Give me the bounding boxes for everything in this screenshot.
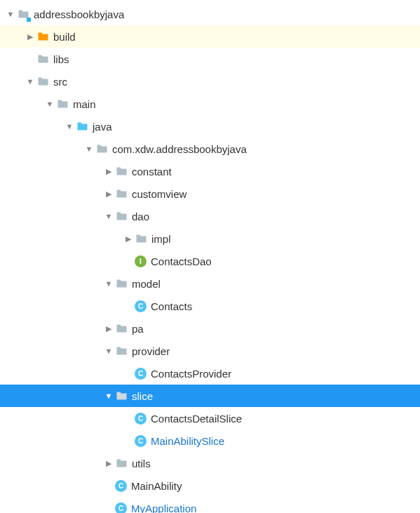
collapse-icon[interactable]: ▶	[102, 324, 115, 333]
tree-item-label: MainAbility	[131, 480, 182, 492]
tree-item-contactsprovider[interactable]: ▶CContactsProvider	[0, 362, 420, 385]
expand-icon[interactable]: ▼	[4, 10, 17, 18]
tree-item-label: ContactsProvider	[151, 368, 231, 380]
interface-icon: I	[135, 255, 147, 267]
tree-item-label: build	[53, 31, 76, 43]
tree-item-label: src	[53, 76, 67, 88]
expand-icon[interactable]: ▼	[102, 347, 115, 355]
tree-item-contacts[interactable]: ▶CContacts	[0, 295, 420, 317]
class-icon: C	[135, 413, 147, 425]
tree-item-label: impl	[151, 233, 171, 245]
folder-icon	[95, 142, 108, 155]
folder-icon	[115, 277, 128, 290]
module-badge-icon	[27, 18, 31, 22]
expand-icon[interactable]: ▼	[24, 77, 36, 86]
tree-item-utils[interactable]: ▶utils	[0, 452, 420, 474]
tree-item-label: constant	[132, 166, 172, 178]
class-icon: C	[115, 502, 127, 514]
folder-icon	[76, 120, 88, 133]
collapse-icon[interactable]: ▶	[102, 459, 115, 468]
tree-item-label: pa	[132, 323, 144, 335]
expand-icon[interactable]: ▼	[102, 279, 115, 288]
tree-item-label: provider	[132, 345, 170, 357]
tree-item-model[interactable]: ▼model	[0, 272, 420, 295]
expand-icon[interactable]: ▼	[102, 392, 115, 400]
folder-icon	[115, 210, 128, 222]
folder-icon	[36, 75, 49, 88]
folder-icon	[115, 389, 128, 402]
project-tree[interactable]: ▼addressbookbyjava▶build▶libs▼src▼main▼j…	[0, 0, 420, 513]
tree-item-label: ContactsDetailSlice	[151, 413, 242, 425]
expand-icon[interactable]: ▼	[102, 212, 115, 220]
class-icon: C	[115, 480, 127, 492]
tree-item-label: MyApplication	[131, 502, 196, 514]
tree-item-mainabilityslice[interactable]: ▶CMainAbilitySlice	[0, 429, 420, 452]
tree-item-label: utils	[132, 458, 151, 469]
collapse-icon[interactable]: ▶	[122, 234, 135, 244]
tree-item-slice[interactable]: ▼slice	[0, 385, 420, 407]
folder-icon	[115, 345, 128, 357]
tree-item-label: java	[93, 121, 112, 133]
tree-item-dao[interactable]: ▼dao	[0, 205, 420, 227]
expand-icon[interactable]: ▼	[43, 100, 56, 108]
tree-item-constant[interactable]: ▶constant	[0, 160, 420, 182]
tree-item-label: MainAbilitySlice	[151, 435, 224, 447]
collapse-icon[interactable]: ▶	[102, 167, 115, 176]
tree-item-label: com.xdw.addressbookbyjava	[112, 143, 247, 155]
folder-icon	[56, 98, 69, 110]
tree-item-label: ContactsDao	[151, 255, 212, 267]
tree-item-contactsdetailslice[interactable]: ▶CContactsDetailSlice	[0, 407, 420, 429]
folder-icon	[115, 165, 128, 178]
tree-item-build[interactable]: ▶build	[0, 25, 420, 48]
folder-icon	[36, 30, 49, 43]
folder-icon	[36, 53, 49, 65]
folder-icon	[115, 187, 128, 200]
tree-item-myapplication[interactable]: ▶CMyApplication	[0, 497, 420, 513]
folder-icon	[115, 457, 128, 469]
tree-item-impl[interactable]: ▶impl	[0, 227, 420, 250]
folder-icon	[17, 8, 29, 20]
tree-item-src[interactable]: ▼src	[0, 70, 420, 93]
class-icon: C	[135, 300, 147, 312]
expand-icon[interactable]: ▼	[63, 122, 76, 131]
tree-item-libs[interactable]: ▶libs	[0, 48, 420, 70]
tree-item-main[interactable]: ▼main	[0, 93, 420, 115]
tree-item-label: dao	[132, 211, 149, 222]
tree-item-pkg[interactable]: ▼com.xdw.addressbookbyjava	[0, 138, 420, 160]
collapse-icon[interactable]: ▶	[24, 32, 36, 41]
tree-item-mainability[interactable]: ▶CMainAbility	[0, 474, 420, 497]
tree-item-label: customview	[132, 188, 187, 200]
tree-item-java[interactable]: ▼java	[0, 115, 420, 138]
folder-icon	[135, 232, 147, 245]
tree-item-label: model	[132, 278, 161, 290]
folder-icon	[115, 322, 128, 335]
tree-item-label: libs	[53, 53, 69, 65]
tree-item-label: addressbookbyjava	[34, 8, 124, 20]
class-icon: C	[135, 435, 147, 447]
tree-item-pa[interactable]: ▶pa	[0, 317, 420, 340]
class-icon: C	[135, 368, 147, 380]
collapse-icon[interactable]: ▶	[102, 189, 115, 199]
tree-item-provider[interactable]: ▼provider	[0, 340, 420, 362]
tree-item-label: main	[73, 98, 96, 110]
tree-item-customview[interactable]: ▶customview	[0, 182, 420, 205]
tree-item-addressbookbyjava[interactable]: ▼addressbookbyjava	[0, 3, 420, 25]
tree-item-contactsdao[interactable]: ▶IContactsDao	[0, 250, 420, 272]
tree-item-label: Contacts	[151, 300, 192, 312]
tree-item-label: slice	[132, 390, 153, 402]
expand-icon[interactable]: ▼	[83, 145, 95, 153]
